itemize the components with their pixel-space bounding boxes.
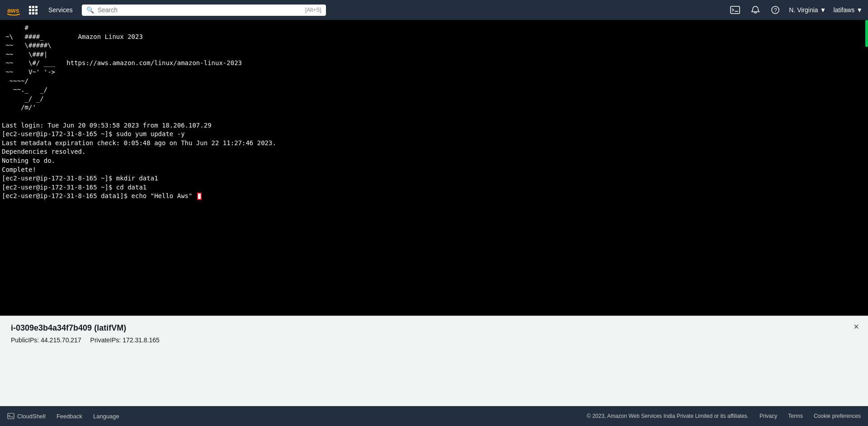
close-button[interactable]: ×	[854, 322, 859, 332]
svg-text:?: ?	[774, 7, 777, 14]
private-ip-value: 172.31.8.165	[123, 336, 160, 344]
bottom-right: © 2023, Amazon Web Services India Privat…	[587, 413, 861, 419]
language-link[interactable]: Language	[93, 413, 119, 420]
grid-icon[interactable]	[27, 4, 39, 16]
public-ip-value: 44.215.70.217	[41, 336, 81, 344]
notifications-icon[interactable]	[749, 4, 762, 16]
help-icon[interactable]: ?	[769, 4, 782, 16]
language-label: Language	[93, 413, 119, 420]
public-ip-label: PublicIPs:	[11, 336, 39, 344]
copyright-text: © 2023, Amazon Web Services India Privat…	[587, 413, 749, 419]
terminal-output: # ~\ ####_ Amazon Linux 2023 ~~ \#####\ …	[2, 24, 866, 201]
terms-link[interactable]: Terms	[788, 413, 803, 419]
feedback-link[interactable]: Feedback	[57, 413, 82, 420]
cloudshell-label: CloudShell	[17, 413, 46, 420]
private-ip-label: PrivateIPs:	[90, 336, 121, 344]
svg-rect-2	[731, 6, 740, 14]
search-shortcut: [Alt+S]	[305, 7, 321, 13]
terminal[interactable]: # ~\ ####_ Amazon Linux 2023 ~~ \#####\ …	[0, 20, 868, 316]
cloudshell-icon[interactable]	[728, 3, 742, 17]
feedback-label: Feedback	[57, 413, 82, 420]
instance-title: i-0309e3b4a34f7b409 (latifVM)	[11, 323, 857, 333]
privacy-link[interactable]: Privacy	[760, 413, 777, 419]
instance-ips: PublicIPs: 44.215.70.217 PrivateIPs: 172…	[11, 336, 857, 344]
cloudshell-bottom-link[interactable]: CloudShell	[7, 412, 46, 420]
cookie-link[interactable]: Cookie preferences	[814, 413, 861, 419]
bottom-bar: CloudShell Feedback Language © 2023, Ama…	[0, 406, 868, 426]
top-navigation: aws Services 🔍 [Alt+S]	[0, 0, 868, 20]
nav-right: ? N. Virginia ▼ latifaws ▼	[728, 3, 863, 17]
scroll-accent	[865, 20, 868, 47]
region-selector[interactable]: N. Virginia ▼	[789, 6, 826, 14]
svg-text:aws: aws	[7, 7, 19, 14]
search-bar[interactable]: 🔍 [Alt+S]	[82, 5, 326, 16]
search-icon: 🔍	[86, 6, 94, 14]
svg-rect-6	[8, 413, 14, 419]
search-input[interactable]	[98, 6, 302, 14]
aws-logo[interactable]: aws	[5, 1, 22, 19]
user-menu[interactable]: latifaws ▼	[833, 6, 863, 14]
info-panel: × i-0309e3b4a34f7b409 (latifVM) PublicIP…	[0, 316, 868, 406]
services-button[interactable]: Services	[45, 5, 76, 15]
